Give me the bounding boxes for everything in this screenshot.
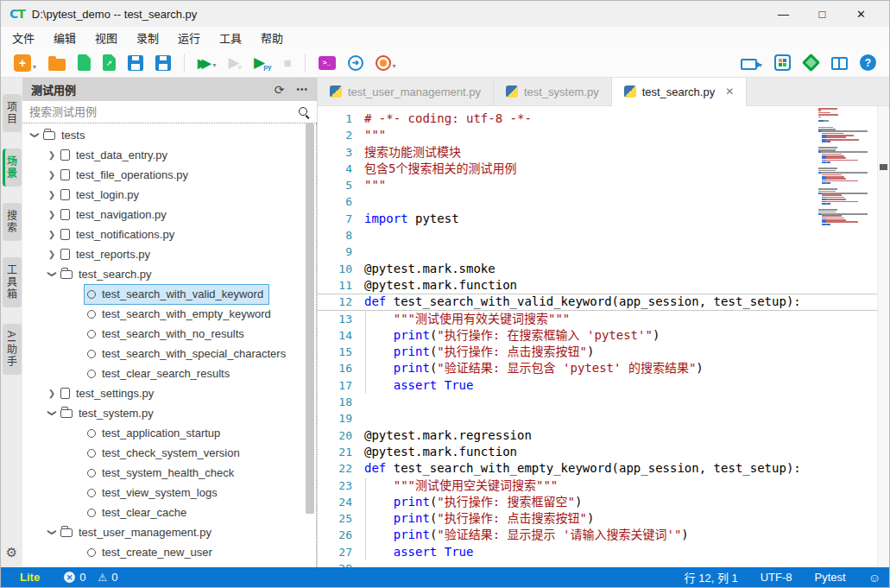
minimize-button[interactable]: — [764, 1, 803, 27]
open-file-button[interactable]: ➚ [103, 54, 116, 71]
code-line: 6 [318, 193, 877, 210]
search-icon[interactable] [298, 106, 310, 118]
tree-item[interactable]: ❯test_clear_search_results [22, 364, 304, 383]
file-icon [60, 209, 70, 220]
tree-item[interactable]: ❯test_search_with_no_results [22, 324, 304, 344]
code-line: 8 [318, 227, 877, 243]
tree-scrollbar[interactable] [306, 123, 314, 514]
activity-tab[interactable]: 搜索 [3, 203, 22, 241]
tree-item[interactable]: ❯test_edit_existing_user [22, 562, 304, 567]
code-editor[interactable]: 1# -*- coding: utf-8 -*-2"""3搜索功能测试模块4包含… [318, 106, 889, 567]
tree-item[interactable]: ❯test_search_with_empty_keyword [22, 304, 304, 324]
code-line: 10@pytest.mark.smoke [318, 261, 877, 277]
editor-tab[interactable]: test_search.py✕ [612, 78, 748, 106]
chevron-down-icon[interactable]: ❯ [30, 129, 40, 142]
chevron-right-icon[interactable]: ❯ [45, 389, 59, 398]
title-bar: CT D:\pytest_demo -- test_search.py — □ … [1, 1, 889, 27]
report-button[interactable] [774, 54, 791, 71]
chevron-right-icon[interactable]: ❯ [45, 230, 59, 239]
chevron-right-icon[interactable]: ❯ [45, 210, 59, 219]
stop-button-disabled[interactable]: ■ [284, 55, 292, 70]
terminal-button[interactable]: >_ [319, 56, 336, 70]
encoding-indicator[interactable]: UTF-8 [761, 571, 792, 584]
case-icon [87, 330, 96, 338]
tree-item[interactable]: ❯test_user_management.py [22, 522, 304, 542]
tree-item[interactable]: ❯test_notifications.py [22, 224, 304, 244]
chevron-down-icon[interactable]: ❯ [47, 268, 57, 281]
activity-tab[interactable]: 工具箱 [3, 257, 22, 307]
tree-item[interactable]: ❯test_search_with_special_characters [22, 344, 304, 364]
help-button[interactable]: ? [860, 54, 876, 71]
goto-button[interactable]: ➜ [348, 55, 363, 71]
new-test-file-button[interactable]: +▾ [14, 54, 36, 72]
menu-item[interactable]: 文件 [3, 27, 44, 48]
folder-open-icon [60, 528, 73, 537]
activity-tab[interactable]: 场景 [3, 149, 22, 187]
maximize-button[interactable]: □ [803, 1, 842, 27]
error-count[interactable]: ✕ 0 [64, 571, 85, 584]
recorder-button[interactable]: ▾ [741, 56, 762, 70]
tree-item[interactable]: ❯test_search_with_valid_keyword [22, 284, 304, 304]
tree-item[interactable]: ❯test_system_health_check [22, 463, 304, 483]
editor-scrollbar[interactable] [877, 106, 889, 567]
file-icon [60, 249, 70, 260]
minimap[interactable] [818, 108, 875, 228]
tree-item[interactable]: ❯test_view_system_logs [22, 483, 304, 503]
schedule-button[interactable]: ▾ [376, 55, 396, 71]
menu-item[interactable]: 帮助 [251, 27, 293, 48]
code-line: 23 """测试使用空关键词搜索""" [318, 477, 877, 494]
close-tab-icon[interactable]: ✕ [725, 85, 734, 98]
tree-item-label: test_clear_cache [102, 506, 186, 519]
tree-item[interactable]: ❯test_login.py [22, 185, 304, 205]
activity-tab[interactable]: AI助手 [3, 324, 22, 375]
chevron-down-icon[interactable]: ❯ [47, 526, 57, 540]
editor-tab[interactable]: test_system.py [494, 78, 612, 105]
tree-item[interactable]: ❯test_file_operations.py [22, 165, 304, 185]
tree-item[interactable]: ❯test_create_new_user [22, 542, 304, 562]
tree-item[interactable]: ❯test_system.py [22, 403, 304, 423]
chevron-right-icon[interactable]: ❯ [45, 170, 59, 180]
open-folder-button[interactable] [48, 55, 66, 71]
feedback-smiley-icon[interactable]: ☺ [868, 571, 881, 585]
chevron-down-icon[interactable]: ❯ [47, 407, 57, 420]
run-python-button[interactable]: ▶py [254, 55, 271, 71]
editor-tab[interactable]: test_user_management.py [318, 78, 494, 105]
package-button[interactable] [803, 54, 819, 71]
chevron-right-icon[interactable]: ❯ [45, 150, 59, 160]
new-file-button[interactable] [78, 54, 91, 71]
code-line: 19 [318, 410, 877, 427]
tree-item[interactable]: ❯tests [22, 125, 304, 145]
menu-item[interactable]: 编辑 [44, 27, 85, 48]
chevron-right-icon[interactable]: ❯ [45, 250, 59, 259]
mode-badge[interactable]: Lite [20, 571, 40, 584]
search-input[interactable] [29, 105, 298, 118]
cursor-position[interactable]: 行 12, 列 1 [685, 569, 738, 585]
warning-count[interactable]: ⚠ 0 [98, 571, 117, 584]
chevron-right-icon[interactable]: ❯ [45, 190, 59, 199]
tree-item[interactable]: ❯test_clear_cache [22, 503, 304, 522]
close-button[interactable]: ✕ [842, 1, 881, 27]
save-all-button[interactable] [155, 55, 171, 71]
tree-item[interactable]: ❯test_data_entry.py [22, 145, 304, 165]
tree-item-label: test_file_operations.py [76, 168, 188, 181]
tree-item[interactable]: ❯test_reports.py [22, 244, 304, 264]
run-current-button-disabled[interactable]: ▶e [229, 55, 243, 71]
save-button[interactable] [128, 55, 143, 71]
run-all-button[interactable]: ▶▶▾ [198, 56, 217, 70]
settings-gear-icon[interactable]: ⚙ [1, 545, 22, 560]
tree-item[interactable]: ❯test_application_startup [22, 423, 304, 443]
menu-item[interactable]: 工具 [210, 27, 251, 48]
framework-indicator[interactable]: Pytest [815, 571, 846, 584]
tree-item[interactable]: ❯test_navigation.py [22, 205, 304, 224]
tree-item[interactable]: ❯test_check_system_version [22, 443, 304, 463]
file-icon [60, 169, 70, 180]
layout-button[interactable] [831, 55, 848, 70]
menu-item[interactable]: 视图 [85, 27, 127, 48]
tree-item[interactable]: ❯test_settings.py [22, 383, 304, 403]
tree-item[interactable]: ❯test_search.py [22, 264, 304, 284]
menu-item[interactable]: 运行 [168, 27, 210, 48]
more-options-icon[interactable]: ••• [296, 84, 308, 96]
refresh-icon[interactable]: ⟳ [275, 84, 285, 96]
menu-item[interactable]: 录制 [127, 27, 168, 48]
activity-tab[interactable]: 项目 [3, 94, 22, 132]
